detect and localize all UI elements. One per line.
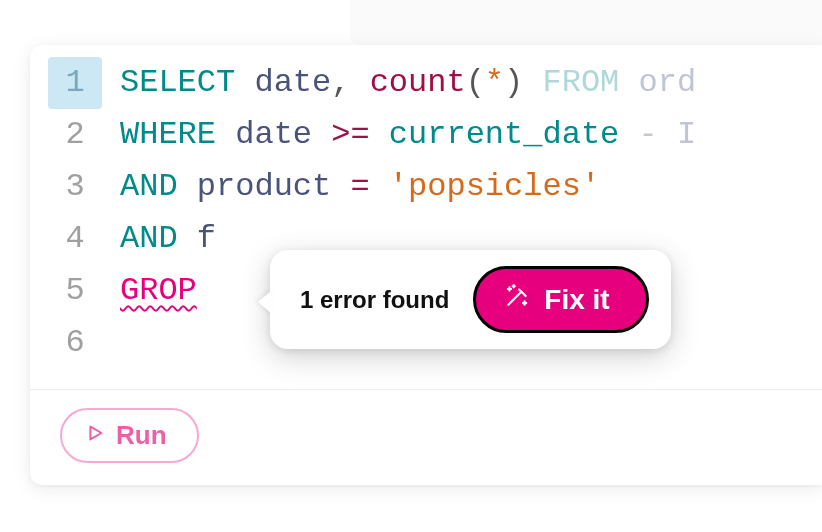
line-number[interactable]: 2 [30,109,120,161]
run-label: Run [116,420,167,451]
line-gutter: 1 2 3 4 5 6 [30,57,120,369]
line-number[interactable]: 6 [30,317,120,369]
fix-it-button[interactable]: Fix it [473,266,648,333]
run-button[interactable]: Run [60,408,199,463]
editor-footer: Run [30,389,822,485]
fix-it-label: Fix it [544,284,609,316]
code-line[interactable]: SELECT date, count(*) FROM ord [120,57,822,109]
error-message: 1 error found [300,286,449,314]
line-number[interactable]: 4 [30,213,120,265]
code-line[interactable]: AND product = 'popsicles' [120,161,822,213]
error-token: GROP [120,272,197,309]
magic-wand-icon [504,283,530,316]
play-icon [84,420,106,451]
error-popup: 1 error found Fix it [270,250,671,349]
code-line[interactable]: WHERE date >= current_date - I [120,109,822,161]
background-card [350,0,822,45]
line-number[interactable]: 3 [30,161,120,213]
line-number[interactable]: 1 [48,57,102,109]
line-number[interactable]: 5 [30,265,120,317]
